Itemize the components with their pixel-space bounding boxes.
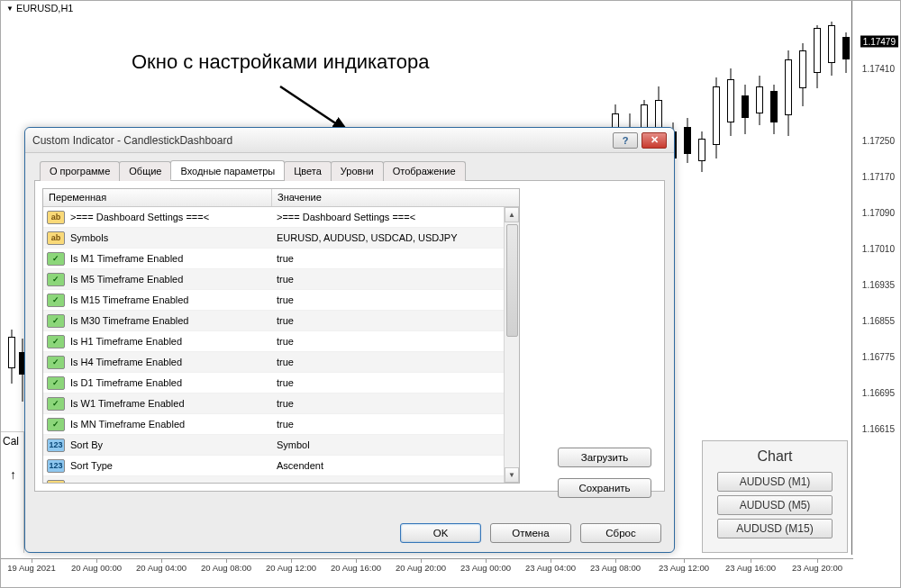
row-value[interactable]: === Indicator Settings === (271, 481, 519, 483)
type-icon: ✓ (47, 335, 65, 348)
table-row[interactable]: ✓Is MN Timeframe Enabledtrue (43, 414, 519, 435)
time-tick: 23 Aug 00:00 (460, 563, 511, 573)
table-row[interactable]: ✓Is D1 Timeframe Enabledtrue (43, 373, 519, 394)
row-value[interactable]: true (271, 294, 519, 305)
type-icon: 123 (47, 439, 65, 452)
type-icon: ✓ (47, 376, 65, 390)
row-variable: Is W1 Timeframe Enabled (68, 398, 271, 409)
row-variable: Is M15 Timeframe Enabled (68, 294, 271, 305)
tab-1[interactable]: Общие (119, 161, 171, 181)
save-button[interactable]: Сохранить (558, 478, 651, 498)
table-row[interactable]: ✓Is M5 Timeframe Enabledtrue (43, 269, 519, 290)
row-variable: Is MN Timeframe Enabled (68, 419, 271, 430)
row-value[interactable]: true (271, 419, 519, 430)
table-row[interactable]: 123Sort TypeAscendent (43, 456, 519, 476)
tab-2[interactable]: Входные параметры (170, 160, 285, 180)
load-button[interactable]: Загрузить (558, 448, 651, 467)
ok-button[interactable]: OK (400, 523, 481, 543)
scroll-down-icon[interactable]: ▼ (505, 467, 519, 483)
chart-buttons-panel: Chart AUDUSD (M1)AUDUSD (M5)AUDUSD (M15) (702, 440, 848, 553)
row-value[interactable]: EURUSD, AUDUSD, USDCAD, USDJPY (271, 232, 519, 243)
tab-3[interactable]: Цвета (284, 161, 332, 181)
chart-symbol-button[interactable]: AUDUSD (M1) (717, 472, 833, 492)
scroll-thumb[interactable] (506, 224, 518, 337)
type-icon: ✓ (47, 252, 65, 266)
time-tick: 23 Aug 04:00 (525, 563, 576, 573)
row-variable: Is M5 Timeframe Enabled (68, 274, 271, 285)
price-tick: 1.16935 (862, 280, 895, 290)
cancel-button[interactable]: Отмена (490, 523, 571, 543)
table-row[interactable]: ✓Is H4 Timeframe Enabledtrue (43, 352, 519, 373)
time-tick: 23 Aug 16:00 (725, 563, 776, 573)
chart-symbol-button[interactable]: AUDUSD (M15) (717, 519, 833, 538)
scroll-up-icon[interactable]: ▲ (505, 207, 519, 222)
price-tick: 1.16695 (862, 388, 895, 398)
indicator-settings-dialog: Custom Indicator - CandlestickDashboard … (24, 127, 675, 553)
time-tick: 23 Aug 12:00 (659, 563, 709, 573)
price-tick: 1.16615 (862, 424, 895, 434)
row-value[interactable]: Ascendent (271, 460, 519, 471)
row-value[interactable]: Symbol (271, 439, 519, 450)
chart-symbol-label: EURUSD,H1 (16, 3, 74, 14)
table-row[interactable]: 123Sort BySymbol (43, 435, 519, 456)
help-button[interactable]: ? (613, 132, 638, 149)
tab-page-inputs: Переменная Значение ab>=== Dashboard Set… (34, 181, 665, 492)
row-value[interactable]: >=== Dashboard Settings ===< (271, 212, 519, 222)
close-button[interactable]: ✕ (642, 132, 667, 149)
parameters-table[interactable]: Переменная Значение ab>=== Dashboard Set… (42, 188, 520, 484)
tab-0[interactable]: О программе (40, 161, 120, 181)
chart-symbol-button[interactable]: AUDUSD (M5) (717, 495, 833, 515)
row-variable: >=== Dashboard Settings ===< (68, 212, 271, 222)
table-row[interactable]: ✓Is M1 Timeframe Enabledtrue (43, 249, 519, 269)
table-row[interactable]: ✓Is M15 Timeframe Enabledtrue (43, 290, 519, 311)
row-value[interactable]: true (271, 377, 519, 388)
type-icon: ✓ (47, 273, 65, 286)
type-icon: ab (47, 211, 65, 224)
table-scrollbar[interactable]: ▲ ▼ (504, 207, 519, 483)
price-tick: 1.16855 (862, 316, 895, 326)
chart-symbol-header[interactable]: ▼ EURUSD,H1 (6, 3, 74, 14)
time-tick: 20 Aug 04:00 (136, 563, 187, 573)
dialog-tabs: О программеОбщиеВходные параметрыЦветаУр… (34, 160, 665, 181)
row-value[interactable]: true (271, 274, 519, 285)
tab-4[interactable]: Уровни (331, 161, 384, 181)
table-row[interactable]: ✓Is H1 Timeframe Enabledtrue (43, 331, 519, 352)
price-tick: 1.17410 (862, 64, 895, 74)
time-tick: 23 Aug 20:00 (792, 563, 842, 573)
row-variable: General (68, 481, 271, 483)
reset-button[interactable]: Сброс (580, 523, 661, 543)
row-value[interactable]: true (271, 253, 519, 264)
price-tick: 1.17090 (862, 208, 895, 218)
row-variable: Symbols (68, 232, 271, 243)
price-tick: 1.17170 (862, 172, 895, 182)
row-value[interactable]: true (271, 398, 519, 409)
tab-5[interactable]: Отображение (383, 161, 466, 181)
row-value[interactable]: true (271, 336, 519, 347)
dialog-titlebar[interactable]: Custom Indicator - CandlestickDashboard … (25, 128, 674, 153)
time-tick: 23 Aug 08:00 (590, 563, 641, 573)
table-row[interactable]: ✓Is W1 Timeframe Enabledtrue (43, 394, 519, 414)
table-row[interactable]: ✓Is M30 Timeframe Enabledtrue (43, 311, 519, 331)
row-value[interactable]: true (271, 357, 519, 367)
type-icon: ✓ (47, 314, 65, 328)
price-tick: 1.16775 (862, 352, 895, 362)
row-variable: Is M30 Timeframe Enabled (68, 315, 271, 326)
time-axis: 19 Aug 202120 Aug 00:0020 Aug 04:0020 Au… (1, 558, 853, 576)
time-tick: 20 Aug 00:00 (71, 563, 122, 573)
up-arrow-icon: ↑ (10, 467, 16, 482)
type-icon: ✓ (47, 418, 65, 431)
table-row[interactable]: abGeneral=== Indicator Settings === (43, 476, 519, 483)
table-row[interactable]: abSymbolsEURUSD, AUDUSD, USDCAD, USDJPY (43, 228, 519, 249)
row-value[interactable]: true (271, 315, 519, 326)
header-value[interactable]: Значение (272, 189, 519, 206)
chart-panel-title: Chart (710, 448, 840, 465)
row-variable: Is H1 Timeframe Enabled (68, 336, 271, 347)
table-row[interactable]: ab>=== Dashboard Settings ===<>=== Dashb… (43, 207, 519, 228)
type-icon: ✓ (47, 294, 65, 307)
table-header: Переменная Значение (43, 189, 519, 207)
lower-panel-edge (1, 431, 24, 553)
price-tick: 1.17010 (862, 244, 895, 254)
row-variable: Is D1 Timeframe Enabled (68, 377, 271, 388)
type-icon: ab (47, 231, 65, 245)
header-variable[interactable]: Переменная (43, 189, 272, 206)
